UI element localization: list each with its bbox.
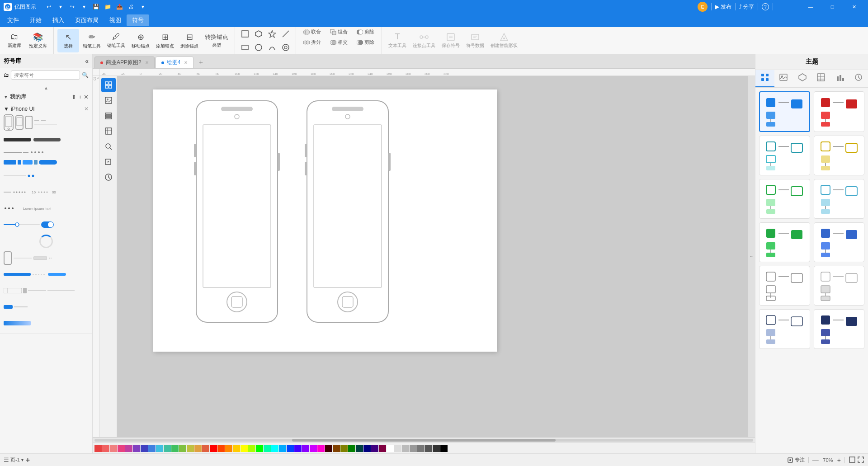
theme-card-green-outline[interactable]: [759, 179, 810, 219]
canvas-viewport[interactable]: [117, 76, 748, 437]
color-swatch[interactable]: [402, 445, 409, 452]
iphone-dots-row2[interactable]: [37, 190, 51, 194]
select-tool-button[interactable]: ↖ 选择: [57, 29, 79, 52]
iphone-dot-2[interactable]: [28, 174, 30, 177]
tab-doc1[interactable]: 商业APP原图2 ✕: [94, 56, 155, 68]
color-swatch[interactable]: [287, 445, 294, 452]
tab-close-1[interactable]: ✕: [145, 60, 149, 65]
color-swatch[interactable]: [325, 445, 332, 452]
color-swatch[interactable]: [348, 445, 355, 452]
iphone-slider-1[interactable]: [4, 222, 40, 227]
hex-shape-button[interactable]: [252, 28, 265, 40]
color-swatch[interactable]: [133, 445, 140, 452]
color-swatch[interactable]: [387, 445, 394, 452]
shapes-panel-button[interactable]: [101, 78, 116, 92]
media-panel-button[interactable]: [101, 155, 116, 169]
iphone-toggle-1[interactable]: [41, 221, 54, 228]
theme-card-navy[interactable]: [759, 309, 810, 349]
theme-card-gray[interactable]: [814, 266, 865, 306]
iphone-line-2[interactable]: [23, 151, 28, 154]
move-node-button[interactable]: ⊕ 移动锚点: [129, 29, 152, 52]
color-swatch[interactable]: [187, 445, 194, 452]
iphone-blue-4[interactable]: [34, 160, 38, 165]
subtract-button[interactable]: 剪除: [353, 27, 378, 37]
color-swatch[interactable]: [410, 445, 417, 452]
ring-shape-button[interactable]: [279, 41, 292, 54]
undo-button[interactable]: ↩: [43, 1, 54, 12]
theme-layers-tab[interactable]: [793, 70, 812, 87]
theme-history-tab[interactable]: [849, 70, 868, 87]
iphone-shape-2[interactable]: [15, 115, 24, 130]
theme-shapes-tab[interactable]: [755, 70, 774, 87]
iphone-bottom-line[interactable]: [47, 290, 75, 292]
color-swatch[interactable]: [164, 445, 171, 452]
image-panel-button[interactable]: [101, 93, 116, 108]
color-swatch[interactable]: [202, 445, 209, 452]
iphone-track-1[interactable]: [4, 191, 11, 193]
theme-image-tab[interactable]: [774, 70, 793, 87]
add-tab-button[interactable]: +: [194, 56, 207, 68]
split-button[interactable]: 拆分: [300, 38, 325, 47]
fit-width-button[interactable]: [849, 456, 856, 464]
iphone-gradient-1[interactable]: [4, 321, 31, 325]
color-swatch[interactable]: [241, 445, 248, 452]
iphone-bottom-1[interactable]: [4, 288, 22, 293]
color-swatch[interactable]: [148, 445, 156, 452]
share-button[interactable]: ⤴分享: [739, 3, 754, 11]
sidebar-collapse-button[interactable]: «: [85, 57, 89, 65]
text-tool-button[interactable]: T 文本工具: [386, 29, 409, 52]
theme-card-dark-blue[interactable]: [814, 309, 865, 349]
pencil-tool-button[interactable]: ✏ 铅笔工具: [80, 29, 104, 52]
iphone-last-2[interactable]: [14, 305, 28, 309]
undo-dropdown[interactable]: ▾: [55, 1, 66, 12]
iphone-dot-3[interactable]: [32, 174, 34, 177]
iphone-bottom-3[interactable]: [28, 290, 46, 292]
iphone-shape-4[interactable]: [34, 116, 57, 129]
iphone-shape-3[interactable]: [25, 116, 33, 129]
my-lib-section-header[interactable]: ▼ 我的库 ⬆ + ✕: [0, 91, 92, 103]
save-symbol-button[interactable]: 保存符号: [439, 29, 462, 52]
redo-dropdown[interactable]: ▾: [79, 1, 90, 12]
color-swatch[interactable]: [340, 445, 348, 452]
find-panel-button[interactable]: [101, 139, 116, 154]
iphone-blue-1[interactable]: [4, 160, 16, 165]
search-icon[interactable]: 🔍: [82, 72, 89, 78]
scrollbar-thumb[interactable]: [292, 439, 556, 442]
minimize-button[interactable]: —: [800, 0, 821, 14]
create-ai-button[interactable]: 创建智能形状: [488, 29, 520, 52]
theme-card-blue[interactable]: [759, 91, 810, 132]
color-swatch[interactable]: [210, 445, 217, 452]
iphone-text-1[interactable]: Lorem ipsum: [23, 207, 44, 211]
theme-card-teal-outline[interactable]: [759, 136, 810, 175]
page-list-icon[interactable]: ☰: [4, 457, 9, 463]
data-panel-button[interactable]: [101, 124, 116, 138]
iphone-line-3[interactable]: [4, 174, 26, 177]
tab-doc2[interactable]: 绘图4 ✕: [156, 56, 194, 68]
iphone-mini-2[interactable]: [33, 256, 47, 260]
sidebar-scroll-up[interactable]: ▲: [0, 84, 92, 91]
subtract2-button[interactable]: 剪除: [353, 38, 378, 47]
iphone-ui-header[interactable]: ▼ iPhone UI ✕: [0, 104, 92, 113]
close-button[interactable]: ✕: [844, 0, 864, 14]
color-swatch[interactable]: [394, 445, 401, 452]
add-page-button[interactable]: +: [26, 456, 30, 464]
color-swatch[interactable]: [110, 445, 117, 452]
theme-card-teal[interactable]: [814, 179, 865, 219]
convert-node-button[interactable]: 转换锚点 类型: [202, 29, 231, 52]
maximize-button[interactable]: □: [822, 0, 843, 14]
print-button[interactable]: 🖨: [126, 1, 137, 12]
history-panel-button[interactable]: [101, 170, 116, 184]
color-swatch[interactable]: [125, 445, 132, 452]
color-swatch[interactable]: [379, 445, 386, 452]
my-lib-export[interactable]: ⬆: [71, 94, 76, 100]
search-input[interactable]: [11, 71, 80, 80]
iphone-ui-close[interactable]: ✕: [84, 106, 89, 112]
color-swatch[interactable]: [141, 445, 148, 452]
rect-shape-button[interactable]: [239, 28, 251, 40]
horizontal-scrollbar[interactable]: [93, 437, 755, 442]
rect2-shape-button[interactable]: [239, 41, 251, 54]
color-swatch[interactable]: [94, 445, 102, 452]
iphone-num-1[interactable]: 10: [32, 190, 36, 194]
color-swatch[interactable]: [264, 445, 271, 452]
open-button[interactable]: 📁: [102, 1, 113, 12]
